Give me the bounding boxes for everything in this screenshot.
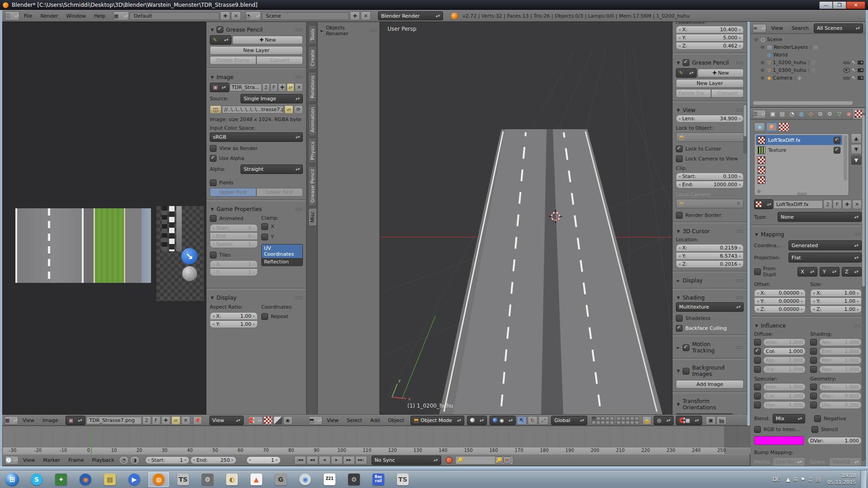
uv-menu-image[interactable]: Image [39,417,61,424]
gears-icon[interactable]: ⚙ [344,472,364,487]
timeline-editor-type-icon[interactable]: 🕒▲▼ [5,456,19,465]
render-opengl-icon[interactable]: ▣ [706,416,716,425]
properties-tab-render-layers-icon[interactable]: ▤ [778,110,786,117]
v3d-menu-add[interactable]: Add [367,417,383,424]
google-earth-icon[interactable]: ◉ [295,472,316,487]
visibility-toggle[interactable] [843,68,850,73]
size-z-field[interactable]: ◂Z:1.00▸ [810,305,862,313]
uv-image-add-button[interactable]: ✚ [161,416,170,425]
selectability-toggle[interactable]: ↖ [852,75,856,81]
colorspace-select[interactable]: sRGB▲▼ [210,132,303,142]
menu-render[interactable]: Render [37,12,61,20]
maximize-button[interactable]: ❐ [833,1,846,9]
cursor-z-field[interactable]: ◂Z:0.2016▸ [676,260,744,268]
backface-culling-checkbox[interactable] [676,325,683,332]
path-browse-button[interactable]: ▱ [284,105,293,114]
screen-layout-icon[interactable]: ▦▲▼ [113,11,129,20]
selectability-toggle[interactable]: ↖ [852,60,856,66]
dim-x-field[interactable]: ◂X:10.400▸ [676,26,744,33]
texture-context-world-icon[interactable] [754,122,765,131]
layer-button[interactable] [617,421,621,424]
axis-x-select[interactable]: X▲▼ [797,267,817,277]
grease-pencil-id-icon[interactable]: ✎▲▼ [210,35,231,45]
npanel-scrollbar[interactable] [743,104,747,154]
minimize-button[interactable]: — [819,1,833,9]
axis-z-select[interactable]: Z▲▼ [842,267,862,277]
mapping-coordinates-select[interactable]: Generated▲▼ [788,240,862,250]
uv-menu-view[interactable]: View [19,417,38,424]
panel-header-background-images[interactable]: ▼ Background Images [676,362,744,379]
panel-header-transform-orientations[interactable]: ▼Transform Orientations [676,396,744,412]
tool-tab-physics[interactable]: Physics [308,138,317,164]
influence-checkbox[interactable] [810,393,817,399]
skype-icon[interactable]: S [26,472,47,487]
current-frame-field[interactable]: ◂1▸ [246,456,281,464]
menu-window[interactable]: Window [63,12,90,20]
grease-pencil-checkbox[interactable] [217,26,223,33]
cursor-y-field[interactable]: ◂Y:6.5743▸ [676,252,744,260]
influence-checkbox[interactable] [810,357,817,364]
uv-pin-icon[interactable]: 📌 [193,416,202,425]
properties-tab-render-icon[interactable]: ▣ [769,110,777,117]
lower-first-button[interactable]: Lower First [256,188,303,197]
image-path-field[interactable]: //..\..\..\..\..\..\...trasse7.png [222,106,284,113]
new-layer-button[interactable]: New Layer [210,46,303,55]
panel-header-shading[interactable]: ▼Shading [676,292,744,302]
language-indicator[interactable]: DE [773,476,780,483]
image-add-button[interactable]: ✚ [278,83,286,92]
image-unlink-button[interactable]: ✕ [295,83,303,92]
bump-space-select[interactable]: ViewSp▲▼ [829,457,862,466]
layer-button[interactable] [635,421,639,424]
layout-add-button[interactable]: ✚ [220,11,230,20]
image-users-button[interactable]: 2 [262,83,270,92]
influence-value-field[interactable]: Ray:1.000 [819,366,862,373]
manipulator-translate-icon[interactable]: ⇱ [517,416,527,425]
timeline-track-area[interactable] [3,426,750,447]
influence-checkbox[interactable] [754,348,761,355]
blender-icon[interactable]: ◍ [148,472,169,487]
tray-icon-3[interactable]: ♫ [808,476,813,483]
proportional-edit-select[interactable]: ◎▲▼ [654,416,674,425]
influence-value-field[interactable]: Am:1.000 [819,338,862,346]
texture-fake-button[interactable]: F [833,200,842,209]
slot-move-up-button[interactable]: ▲ [851,133,862,143]
panel-header-view[interactable]: ▼View [676,105,744,115]
properties-tab-object-data-icon[interactable]: ▽ [835,110,843,117]
panel-header-image[interactable]: ▼Image [210,72,303,82]
scene-add-button[interactable]: ✚ [350,11,360,20]
panel-header-3d-cursor[interactable]: ▼3D Cursor [676,226,744,236]
properties-tab-object-icon[interactable]: ◇ [807,110,815,117]
outliner-item-renderlayers[interactable]: ⊕▤RenderLayers|▤ [753,43,863,51]
outliner-hscrollbar[interactable] [753,101,853,105]
layer-button[interactable] [610,421,614,424]
expander-icon[interactable]: ⊕ [760,60,765,66]
clock[interactable]: 19:18 05.11.2015 [827,473,856,486]
offset-x-field[interactable]: ◂X:0.00000▸ [754,289,806,297]
gimp-icon[interactable]: G [270,472,291,487]
layer-button[interactable] [596,421,600,424]
influence-checkbox[interactable] [810,348,817,355]
tool-tab-animation[interactable]: Animation [308,103,317,136]
tiles-x-field[interactable]: ◂X:1▸ [210,260,258,268]
properties-scrollbar[interactable] [862,113,865,461]
clamp-x-checkbox[interactable] [261,223,268,230]
ts2-icon[interactable]: TS [392,472,413,487]
offset-z-field[interactable]: ◂Z:0.00000▸ [754,305,806,313]
gp-3d-new-layer-button[interactable]: New Layer [676,79,744,88]
gear-icon[interactable]: ⚙ [197,472,218,487]
layer-button[interactable] [630,421,634,424]
gp-3d-delete-frame-button[interactable]: Delete Fra... [676,89,711,98]
influence-value-field[interactable]: Har:1.000 [763,401,806,409]
local-camera-field[interactable]: ⬒Camera✕ [676,199,744,208]
aspect-x-field[interactable]: ◂X:1.00▸ [210,312,258,320]
v3d-menu-object[interactable]: Object [384,417,408,424]
properties-tab-material-icon[interactable]: ◉ [845,110,853,117]
uv-mode-select[interactable]: View▲▼ [209,416,244,425]
tray-icon-0[interactable]: ▲ [786,476,790,483]
layer-button[interactable] [605,421,609,424]
influence-checkbox[interactable] [810,384,817,390]
animated-checkbox[interactable] [210,215,217,222]
app-green-icon[interactable]: ✦ [51,472,71,487]
tl-menu-view[interactable]: View [19,456,38,464]
z21-icon[interactable]: Z21 [319,472,340,487]
